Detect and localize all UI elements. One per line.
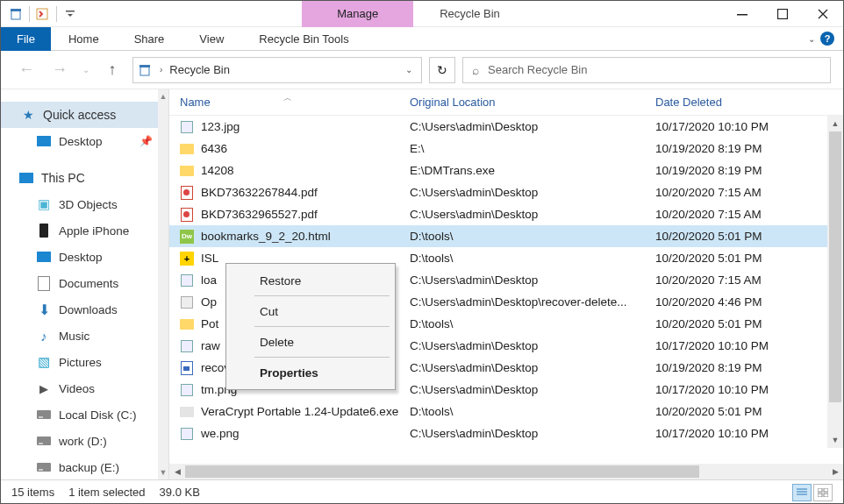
column-name[interactable]: ︿ Name xyxy=(180,96,410,109)
navpane-scrollbar[interactable]: ▲ ▼ xyxy=(158,89,168,479)
search-input[interactable]: ⌕ Search Recycle Bin xyxy=(462,57,831,83)
pin-icon: 📌 xyxy=(139,135,153,147)
cell-date-deleted: 10/17/2020 10:10 PM xyxy=(655,383,843,396)
vertical-scrollbar[interactable]: ▲ ▼ xyxy=(827,116,843,448)
status-item-count: 15 items xyxy=(11,486,54,499)
scroll-down-icon[interactable]: ▼ xyxy=(158,465,168,479)
help-icon[interactable]: ? xyxy=(820,32,834,46)
sidebar-item-pictures[interactable]: ▧Pictures xyxy=(1,349,168,375)
cell-date-deleted: 10/20/2020 5:01 PM xyxy=(655,252,843,265)
sidebar-item-label: Desktop xyxy=(59,135,103,148)
explorer-window: Manage Recycle Bin File Home Share View … xyxy=(0,0,844,504)
back-button[interactable]: ← xyxy=(13,57,39,83)
sidebar-item-label: Music xyxy=(59,330,89,343)
table-row[interactable]: VeraCrypt Portable 1.24-Update6.exeD:\to… xyxy=(169,401,843,422)
sidebar-item-local-disk-c[interactable]: Local Disk (C:) xyxy=(1,401,168,428)
cell-name: we.png xyxy=(180,427,410,441)
disk-icon xyxy=(36,459,52,475)
column-original-location[interactable]: Original Location xyxy=(410,96,655,109)
table-row[interactable]: BKD73632267844.pdfC:\Users\admin\Desktop… xyxy=(169,181,843,203)
ctx-properties[interactable]: Properties xyxy=(228,359,393,386)
table-row[interactable]: 14208E:\DMTrans.exe10/19/2020 8:19 PM xyxy=(169,160,843,181)
column-date-deleted[interactable]: Date Deleted xyxy=(655,96,843,109)
cell-original-location: C:\Users\admin\Desktop xyxy=(410,120,655,133)
document-icon xyxy=(36,275,52,291)
ctx-delete[interactable]: Delete xyxy=(228,329,393,355)
sidebar-item-desktop-pc[interactable]: Desktop xyxy=(1,244,168,270)
table-row[interactable]: 6436E:\10/19/2020 8:19 PM xyxy=(169,138,843,160)
file-name: VeraCrypt Portable 1.24-Update6.exe xyxy=(201,405,398,418)
history-dropdown[interactable]: ⌄ xyxy=(80,57,92,83)
file-tab[interactable]: File xyxy=(1,27,51,51)
sidebar-item-music[interactable]: ♪Music xyxy=(1,323,168,349)
sidebar-this-pc[interactable]: This PC xyxy=(1,165,168,191)
cell-date-deleted: 10/19/2020 8:19 PM xyxy=(655,164,843,177)
forward-button[interactable]: → xyxy=(46,57,73,83)
scroll-up-icon[interactable]: ▲ xyxy=(827,116,843,131)
window-controls xyxy=(722,1,843,27)
cell-name: BKD73632965527.pdf xyxy=(180,208,410,222)
cell-original-location: C:\Users\admin\Desktop\recover-delete... xyxy=(410,295,655,309)
table-row[interactable]: 123.jpgC:\Users\admin\Desktop10/17/2020 … xyxy=(169,116,843,138)
view-details-button[interactable] xyxy=(792,484,812,501)
cell-date-deleted: 10/20/2020 7:15 AM xyxy=(655,186,843,199)
sidebar-item-label: 3D Objects xyxy=(59,198,118,211)
minimize-button[interactable] xyxy=(722,1,762,27)
scroll-right-icon[interactable]: ▶ xyxy=(827,464,843,479)
sidebar-item-3d-objects[interactable]: ▣3D Objects xyxy=(1,191,168,217)
table-row[interactable]: we.pngC:\Users\admin\Desktop10/17/2020 1… xyxy=(169,422,843,444)
ctx-restore[interactable]: Restore xyxy=(228,267,393,294)
scroll-left-icon[interactable]: ◀ xyxy=(169,464,185,479)
tab-home[interactable]: Home xyxy=(51,27,117,51)
sidebar-item-work-d[interactable]: work (D:) xyxy=(1,428,168,454)
up-button[interactable]: ↑ xyxy=(99,57,125,83)
sidebar-item-iphone[interactable]: Apple iPhone xyxy=(1,217,168,244)
table-row[interactable]: BKD73632965527.pdfC:\Users\admin\Desktop… xyxy=(169,203,843,225)
address-dropdown-icon[interactable]: ⌄ xyxy=(400,65,418,75)
image-icon xyxy=(180,427,194,441)
address-bar[interactable]: › Recycle Bin ⌄ xyxy=(132,57,422,83)
sidebar-quick-access[interactable]: ★ Quick access xyxy=(1,102,168,128)
context-tab-manage[interactable]: Manage xyxy=(302,1,413,27)
table-row[interactable]: Dwbookmarks_9_2_20.htmlD:\tools\10/20/20… xyxy=(169,225,843,247)
qat-dropdown-icon[interactable] xyxy=(61,4,80,24)
file-name: bookmarks_9_2_20.html xyxy=(201,230,331,243)
view-large-icons-button[interactable] xyxy=(813,484,833,501)
title-bar: Manage Recycle Bin xyxy=(1,1,843,27)
sidebar-item-backup-e[interactable]: backup (E:) xyxy=(1,454,168,479)
breadcrumb-separator-icon[interactable]: › xyxy=(158,65,164,75)
recycle-bin-icon[interactable] xyxy=(6,4,25,24)
sidebar-item-label: Downloads xyxy=(59,303,118,316)
cell-original-location: E:\ xyxy=(410,142,655,155)
tab-recycle-bin-tools[interactable]: Recycle Bin Tools xyxy=(241,27,366,51)
menu-separator xyxy=(254,326,390,327)
scroll-down-icon[interactable]: ▼ xyxy=(827,432,843,448)
chevron-down-icon[interactable]: ⌄ xyxy=(808,34,815,44)
maximize-button[interactable] xyxy=(762,1,803,27)
title-center: Manage Recycle Bin xyxy=(302,1,500,27)
scroll-up-icon[interactable]: ▲ xyxy=(158,89,168,103)
horizontal-scrollbar[interactable]: ◀ ▶ xyxy=(169,464,843,479)
image-icon xyxy=(180,339,194,353)
close-button[interactable] xyxy=(803,1,843,27)
sidebar-item-downloads[interactable]: ⬇Downloads xyxy=(1,296,168,323)
breadcrumb-text[interactable]: Recycle Bin xyxy=(169,63,395,76)
scrollbar-thumb[interactable] xyxy=(829,131,841,402)
properties-icon[interactable] xyxy=(33,4,53,24)
star-icon: ★ xyxy=(20,107,36,123)
cell-name: BKD73632267844.pdf xyxy=(180,186,410,200)
folder-icon xyxy=(180,317,194,331)
file-name: BKD73632267844.pdf xyxy=(201,186,318,199)
music-icon: ♪ xyxy=(36,328,52,344)
divider xyxy=(56,6,57,22)
pdf-icon xyxy=(180,208,194,222)
scrollbar-thumb[interactable] xyxy=(185,465,699,478)
sidebar-item-desktop[interactable]: Desktop 📌 xyxy=(1,128,168,154)
tab-share[interactable]: Share xyxy=(117,27,182,51)
refresh-button[interactable]: ↻ xyxy=(429,57,455,83)
sidebar-item-documents[interactable]: Documents xyxy=(1,270,168,296)
svg-rect-3 xyxy=(66,11,75,12)
ctx-cut[interactable]: Cut xyxy=(228,298,393,324)
tab-view[interactable]: View xyxy=(182,27,241,51)
sidebar-item-videos[interactable]: ▶Videos xyxy=(1,375,168,401)
